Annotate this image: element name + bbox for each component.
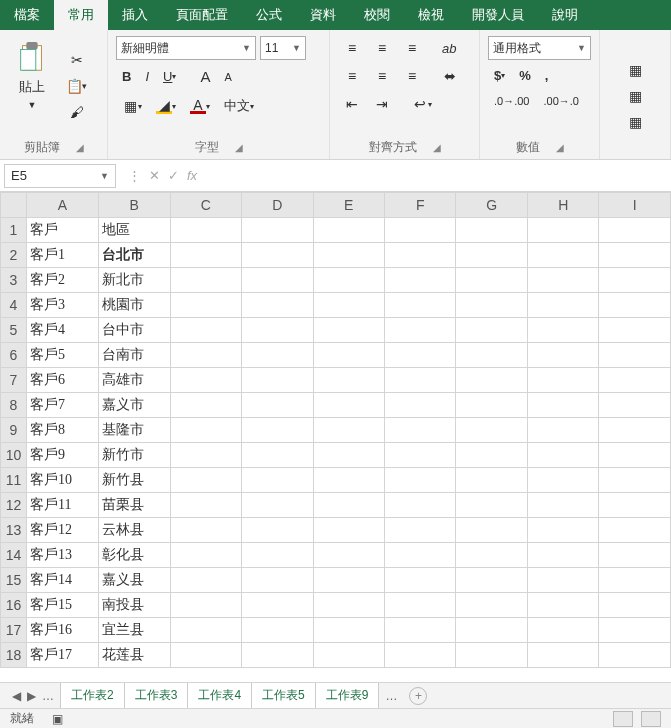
- column-header[interactable]: D: [242, 193, 314, 218]
- cell[interactable]: [527, 218, 599, 243]
- sheet-tab[interactable]: 工作表5: [252, 683, 316, 708]
- increase-decimal-button[interactable]: .0→.00: [488, 91, 535, 111]
- cell[interactable]: [170, 643, 242, 668]
- sheet-nav-prev[interactable]: ◀: [12, 689, 21, 703]
- row-header[interactable]: 13: [1, 518, 27, 543]
- cell[interactable]: [456, 393, 528, 418]
- cell[interactable]: [242, 543, 314, 568]
- cancel-button[interactable]: ✕: [149, 168, 160, 183]
- cell[interactable]: [170, 393, 242, 418]
- cell[interactable]: 客戶5: [26, 343, 98, 368]
- cell[interactable]: [527, 493, 599, 518]
- cell[interactable]: [242, 343, 314, 368]
- cell[interactable]: 花莲县: [98, 643, 170, 668]
- cell[interactable]: [313, 293, 384, 318]
- cell[interactable]: [456, 643, 528, 668]
- cell[interactable]: 基隆市: [98, 418, 170, 443]
- cell[interactable]: 客戶3: [26, 293, 98, 318]
- worksheet-grid[interactable]: ABCDEFGHI1客戶地區2客戶1台北市3客戶2新北市4客戶3桃園市5客戶4台…: [0, 192, 671, 682]
- tab-檔案[interactable]: 檔案: [0, 0, 54, 30]
- cell[interactable]: 台中市: [98, 318, 170, 343]
- cell[interactable]: [170, 443, 242, 468]
- cell[interactable]: [242, 493, 314, 518]
- sheet-tab[interactable]: 工作表3: [125, 683, 189, 708]
- clipboard-dialog-icon[interactable]: ◢: [76, 142, 84, 153]
- font-color-button[interactable]: A▾: [184, 94, 216, 118]
- align-right-button[interactable]: ≡: [398, 64, 426, 88]
- border-button[interactable]: ▦▾: [116, 94, 148, 118]
- row-header[interactable]: 4: [1, 293, 27, 318]
- cell[interactable]: 云林县: [98, 518, 170, 543]
- cell[interactable]: [170, 368, 242, 393]
- cell[interactable]: [527, 568, 599, 593]
- tab-校閱[interactable]: 校閱: [350, 0, 404, 30]
- cell[interactable]: [385, 593, 456, 618]
- tab-公式[interactable]: 公式: [242, 0, 296, 30]
- cell[interactable]: [313, 443, 384, 468]
- cell[interactable]: [527, 643, 599, 668]
- cell[interactable]: [170, 218, 242, 243]
- normal-view-button[interactable]: [613, 711, 633, 727]
- cell[interactable]: [456, 543, 528, 568]
- row-header[interactable]: 17: [1, 618, 27, 643]
- cell[interactable]: [456, 493, 528, 518]
- column-header[interactable]: B: [98, 193, 170, 218]
- cell[interactable]: [313, 543, 384, 568]
- tab-說明[interactable]: 說明: [538, 0, 592, 30]
- cell[interactable]: [599, 218, 671, 243]
- cell[interactable]: [527, 468, 599, 493]
- column-header[interactable]: I: [599, 193, 671, 218]
- cell[interactable]: 客戶10: [26, 468, 98, 493]
- add-sheet-button[interactable]: +: [409, 687, 427, 705]
- macro-icon[interactable]: ▣: [52, 712, 63, 726]
- cell[interactable]: 台南市: [98, 343, 170, 368]
- tab-常用[interactable]: 常用: [54, 0, 108, 30]
- bold-button[interactable]: B: [116, 65, 137, 88]
- decrease-decimal-button[interactable]: .00→.0: [537, 91, 584, 111]
- cell[interactable]: [313, 268, 384, 293]
- cell[interactable]: [456, 418, 528, 443]
- cell[interactable]: [313, 568, 384, 593]
- sheet-tab[interactable]: 工作表4: [188, 683, 252, 708]
- column-header[interactable]: G: [456, 193, 528, 218]
- cell[interactable]: [599, 468, 671, 493]
- cell[interactable]: [242, 643, 314, 668]
- sheet-nav-more[interactable]: …: [42, 689, 54, 703]
- cell[interactable]: [385, 343, 456, 368]
- cell[interactable]: 客戶2: [26, 268, 98, 293]
- cell[interactable]: [385, 543, 456, 568]
- cell[interactable]: [527, 443, 599, 468]
- cell[interactable]: [599, 443, 671, 468]
- cell[interactable]: [242, 268, 314, 293]
- cell[interactable]: [385, 643, 456, 668]
- font-dialog-icon[interactable]: ◢: [235, 142, 243, 153]
- cell[interactable]: 苗栗县: [98, 493, 170, 518]
- cell[interactable]: [313, 418, 384, 443]
- cell[interactable]: [313, 593, 384, 618]
- cell[interactable]: [456, 318, 528, 343]
- cell[interactable]: [385, 243, 456, 268]
- cell[interactable]: 客戶12: [26, 518, 98, 543]
- cell[interactable]: [170, 243, 242, 268]
- cell[interactable]: [170, 293, 242, 318]
- cell[interactable]: [599, 368, 671, 393]
- enter-button[interactable]: ✓: [168, 168, 179, 183]
- cell[interactable]: [599, 618, 671, 643]
- cell[interactable]: [599, 568, 671, 593]
- cell[interactable]: 客戶: [26, 218, 98, 243]
- align-center-button[interactable]: ≡: [368, 64, 396, 88]
- fill-color-button[interactable]: ◢▾: [150, 94, 182, 118]
- cell[interactable]: [170, 568, 242, 593]
- wrap-text-button[interactable]: ↩▾: [406, 92, 438, 116]
- italic-button[interactable]: I: [139, 65, 155, 88]
- row-header[interactable]: 14: [1, 543, 27, 568]
- cell[interactable]: [242, 418, 314, 443]
- cell[interactable]: [527, 243, 599, 268]
- cell[interactable]: [242, 593, 314, 618]
- cell[interactable]: [599, 343, 671, 368]
- cell[interactable]: [385, 268, 456, 293]
- cell[interactable]: [456, 468, 528, 493]
- cell[interactable]: 新竹市: [98, 443, 170, 468]
- cell[interactable]: [313, 618, 384, 643]
- conditional-formatting-button[interactable]: ▦: [621, 58, 649, 82]
